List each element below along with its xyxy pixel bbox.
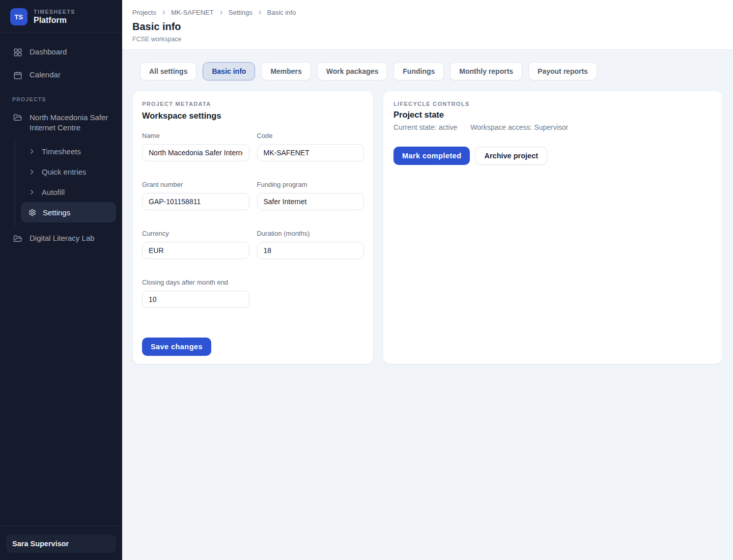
page-header: Projects MK-SAFENET Settings Basic info … [122,0,733,50]
chevron-right-icon [29,189,35,195]
tab-fundings[interactable]: Fundings [393,62,444,80]
chevron-right-icon [218,10,224,15]
field-label: Duration (months) [257,230,364,237]
card-title: Workspace settings [142,111,364,121]
field-label: Closing days after month end [142,278,249,286]
sidebar-item-calendar[interactable]: Calendar [0,65,122,85]
tab-work-packages[interactable]: Work packages [317,62,387,80]
chevron-right-icon [29,148,35,155]
currency-input[interactable] [142,242,249,259]
mark-completed-button[interactable]: Mark completed [393,147,470,165]
dashboard-icon [13,47,22,57]
sidebar-footer: Sara Supervisor [0,526,122,560]
tab-payout-reports[interactable]: Payout reports [528,62,597,80]
sidebar-project-north-macedonia[interactable]: North Macedonia Safer Internet Centre [0,107,122,138]
sidebar-project-digital-literacy-lab[interactable]: Digital Literacy Lab [0,229,122,248]
funding-program-input[interactable] [257,193,364,210]
card-title: Project state [393,110,712,120]
brand-kicker: TIMESHEETS [34,9,75,15]
sidebar-item-label: Quick entries [42,167,87,176]
sidebar-item-label: Autofill [42,188,65,197]
sidebar: TS TIMESHEETS Platform Dashboard Calenda… [0,0,122,560]
sidebar-divider [0,33,122,33]
workspace-access-text: Workspace access: Supervisor [470,123,568,131]
sidebar-spacer [0,248,122,526]
sidebar-item-autofill[interactable]: Autofill [21,182,116,202]
metadata-fields: Name Code Grant number Funding prog [142,132,364,308]
current-state-text: Current state: active [393,123,457,131]
field-code: Code [257,132,364,161]
tab-members[interactable]: Members [261,62,311,80]
card-section-label: PROJECT METADATA [142,101,364,107]
code-input[interactable] [257,144,364,161]
breadcrumb-current: Basic info [267,9,296,16]
folder-icon [13,113,22,122]
app-root: TS TIMESHEETS Platform Dashboard Calenda… [0,0,733,560]
page-title: Basic info [132,21,721,33]
tab-monthly-reports[interactable]: Monthly reports [450,62,522,80]
chevron-right-icon [257,10,263,15]
field-name: Name [142,132,249,161]
save-changes-button[interactable]: Save changes [142,338,211,356]
field-closing-days: Closing days after month end [142,278,249,308]
tab-all-settings[interactable]: All settings [140,62,196,80]
calendar-icon [13,70,22,80]
sidebar-item-quick-entries[interactable]: Quick entries [21,161,116,182]
sidebar-item-label: Dashboard [30,47,67,56]
tab-basic-info[interactable]: Basic info [203,62,255,80]
main-area: Projects MK-SAFENET Settings Basic info … [122,0,733,560]
app-logo: TS [10,8,27,25]
field-label: Code [257,132,364,139]
page-subtitle: FCSE workspace [132,36,721,43]
field-funding-program: Funding program [257,181,364,210]
sidebar-item-settings[interactable]: Settings [21,202,116,222]
sidebar-item-dashboard[interactable]: Dashboard [0,42,122,62]
breadcrumb-settings[interactable]: Settings [229,9,252,16]
sidebar-project-label: North Macedonia Safer Internet Centre [30,113,114,133]
field-label: Currency [142,230,249,237]
settings-tabs: All settings Basic info Members Work pac… [140,62,722,80]
closing-days-input[interactable] [142,291,249,308]
chevron-right-icon [161,10,166,15]
sidebar-item-label: Timesheets [42,147,81,156]
sidebar-item-timesheets[interactable]: Timesheets [21,141,116,161]
field-label: Grant number [142,181,249,188]
lifecycle-controls-card: LIFECYCLE CONTROLS Project state Current… [383,91,722,364]
breadcrumb: Projects MK-SAFENET Settings Basic info [132,9,721,16]
gear-icon [29,209,36,216]
name-input[interactable] [142,144,249,161]
field-label: Name [142,132,249,139]
field-label: Funding program [257,181,364,188]
lifecycle-actions: Mark completed Archive project [393,147,712,165]
breadcrumb-projects[interactable]: Projects [132,9,156,16]
user-menu[interactable]: Sara Supervisor [6,535,116,553]
project-metadata-card: PROJECT METADATA Workspace settings Name… [133,91,373,364]
card-section-label: LIFECYCLE CONTROLS [393,101,712,107]
project-state-meta: Current state: active Workspace access: … [393,123,712,131]
duration-input[interactable] [257,242,364,259]
cards-row: PROJECT METADATA Workspace settings Name… [133,91,722,364]
sidebar-item-label: Settings [43,208,70,217]
sidebar-project-label: Digital Literacy Lab [30,234,95,242]
archive-project-button[interactable]: Archive project [475,147,547,165]
folder-icon [13,234,22,243]
content-area: All settings Basic info Members Work pac… [122,50,733,560]
field-grant-number: Grant number [142,181,249,210]
brand: TS TIMESHEETS Platform [0,0,122,33]
sidebar-item-label: Calendar [30,70,61,79]
project-subtree: Timesheets Quick entries Autofill Settin… [15,138,122,227]
brand-name: Platform [34,16,75,25]
grant-number-input[interactable] [142,193,249,210]
sidebar-section-projects: PROJECTS [0,88,122,107]
breadcrumb-project-code[interactable]: MK-SAFENET [171,9,214,16]
field-duration: Duration (months) [257,230,364,259]
chevron-right-icon [29,169,35,175]
field-currency: Currency [142,230,249,259]
